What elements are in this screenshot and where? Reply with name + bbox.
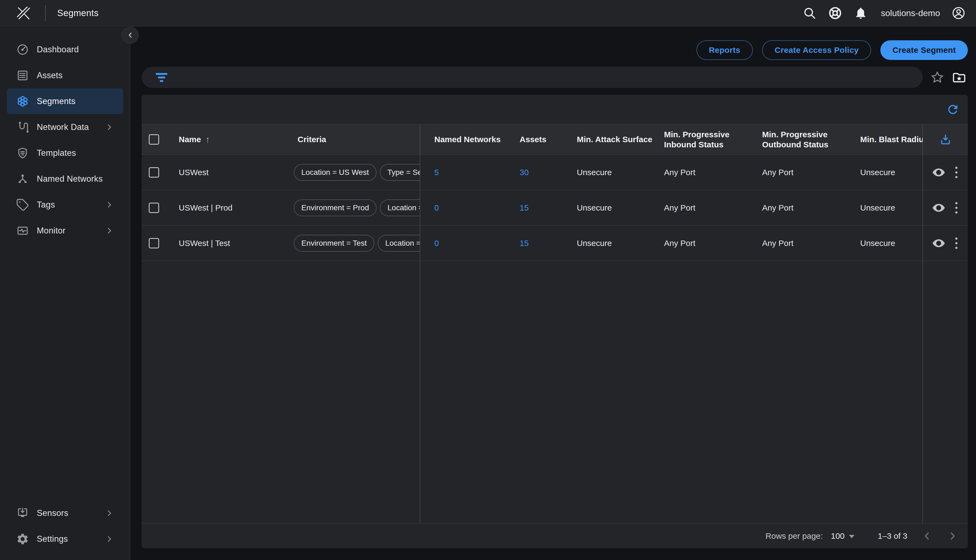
sidebar-item-label: Tags [37,200,55,210]
sidebar-item-tags[interactable]: Tags [7,192,123,218]
assets-count-link[interactable]: 30 [520,168,529,177]
row-menu-kebab-icon[interactable] [954,165,959,180]
column-header-min-progressive-outbound[interactable]: Min. Progressive Outbound Status [758,125,856,155]
view-eye-icon[interactable] [932,237,946,250]
segments-table-card: Name ↑ Criteria Named Networks Assets Mi… [142,95,968,548]
export-download-icon[interactable] [939,133,952,146]
search-icon[interactable] [802,6,817,20]
table-toolbar [142,95,968,124]
min-blast-radius-value: Unsecure [856,155,923,190]
app-logo-icon [15,5,32,22]
column-header-min-attack-surface[interactable]: Min. Attack Surface [572,125,660,155]
assets-list-icon [16,69,29,82]
create-segment-button[interactable]: Create Segment [880,40,968,60]
table-row[interactable]: USWest | Test Environment = Test Locatio… [142,225,968,261]
refresh-icon[interactable] [946,103,960,116]
criteria-chip[interactable]: Location = US West [378,235,420,252]
criteria-chip[interactable]: Environment = Prod [294,199,377,216]
sidebar-item-dashboard[interactable]: Dashboard [7,37,123,62]
min-progressive-inbound-value: Any Port [660,190,758,225]
min-attack-surface-value: Unsecure [572,190,660,225]
notifications-bell-icon[interactable] [854,6,868,20]
next-page-icon[interactable] [947,530,959,542]
page-actions: Reports Create Access Policy Create Segm… [696,40,968,60]
sidebar-item-assets[interactable]: Assets [7,62,123,88]
criteria-cell: Environment = Test Location = US West [293,225,420,261]
row-menu-kebab-icon[interactable] [954,236,959,251]
topbar: Segments solutions-demo [0,0,976,27]
sidebar-item-settings[interactable]: Settings [7,526,123,552]
criteria-cell: Location = US West Type = Server [293,155,420,190]
create-access-policy-button[interactable]: Create Access Policy [762,40,871,60]
min-progressive-outbound-value: Any Port [758,190,856,225]
named-networks-count-link[interactable]: 5 [434,168,439,177]
segment-name[interactable]: USWest [173,155,293,190]
row-checkbox[interactable] [149,167,159,178]
column-header-min-blast-radius[interactable]: Min. Blast Radius [856,125,923,155]
sidebar-item-network-data[interactable]: Network Data [7,114,123,140]
tag-icon [16,198,29,212]
page-title: Segments [57,8,98,18]
column-header-named-networks[interactable]: Named Networks [420,125,515,155]
sidebar-item-label: Named Networks [37,174,103,184]
sidebar-item-named-networks[interactable]: Named Networks [7,166,123,192]
filter-row [142,67,968,88]
table-header-row: Name ↑ Criteria Named Networks Assets Mi… [142,124,968,155]
rows-per-page-label: Rows per page: [766,532,823,541]
row-checkbox[interactable] [149,203,159,213]
named-networks-count-link[interactable]: 0 [434,238,439,248]
chevron-right-icon [105,123,114,132]
help-lifebuoy-icon[interactable] [828,6,842,20]
star-icon[interactable] [930,70,944,85]
segments-honeycomb-icon [16,95,29,108]
sidebar-collapse-button[interactable] [122,27,139,43]
settings-gear-icon [16,532,29,545]
previous-page-icon[interactable] [921,530,933,542]
column-header-criteria[interactable]: Criteria [293,125,420,155]
assets-count-link[interactable]: 15 [520,203,529,212]
min-attack-surface-value: Unsecure [572,155,660,190]
templates-shield-icon [16,147,29,160]
folder-star-icon[interactable] [952,70,966,85]
rows-per-page-value: 100 [831,532,845,541]
criteria-chip[interactable]: Environment = Test [294,235,374,252]
view-eye-icon[interactable] [932,201,946,215]
sidebar-item-monitor[interactable]: Monitor [7,218,123,243]
sidebar-item-segments[interactable]: Segments [7,88,123,114]
table-row[interactable]: USWest | Prod Environment = Prod Locatio… [142,190,968,225]
username[interactable]: solutions-demo [881,8,940,18]
row-checkbox[interactable] [149,238,159,248]
chevron-right-icon [105,226,114,235]
sensors-download-icon [16,507,29,520]
criteria-chip[interactable]: Location = US West [294,164,377,181]
criteria-chip[interactable]: Location = US West [380,199,420,216]
filter-icon [156,73,167,82]
min-progressive-outbound-value: Any Port [758,155,856,190]
reports-button[interactable]: Reports [696,40,753,60]
named-networks-count-link[interactable]: 0 [434,203,439,212]
view-eye-icon[interactable] [932,166,946,179]
row-menu-kebab-icon[interactable] [954,200,959,215]
column-header-assets[interactable]: Assets [515,125,572,155]
sidebar-item-label: Templates [37,148,76,158]
filter-bar[interactable] [142,67,923,88]
segment-name[interactable]: USWest | Prod [173,190,293,225]
network-cable-icon [16,121,29,134]
column-header-actions [923,125,968,155]
criteria-chip[interactable]: Type = Server [380,164,420,181]
chevron-right-icon [105,200,114,210]
sidebar-item-sensors[interactable]: Sensors [7,500,123,526]
column-header-min-progressive-inbound[interactable]: Min. Progressive Inbound Status [660,125,758,155]
account-icon[interactable] [951,6,966,20]
rows-per-page-select[interactable]: 100 [831,532,854,541]
table-row[interactable]: USWest Location = US West Type = Server … [142,155,968,190]
column-header-name[interactable]: Name ↑ [173,125,293,155]
assets-count-link[interactable]: 15 [520,238,529,248]
min-progressive-outbound-value: Any Port [758,225,856,261]
sidebar-item-templates[interactable]: Templates [7,140,123,166]
monitor-pulse-icon [16,224,29,237]
select-all-checkbox[interactable] [149,134,159,145]
rows-per-page-dropdown-icon [849,535,854,538]
sidebar-item-label: Sensors [37,508,68,518]
segment-name[interactable]: USWest | Test [173,225,293,261]
